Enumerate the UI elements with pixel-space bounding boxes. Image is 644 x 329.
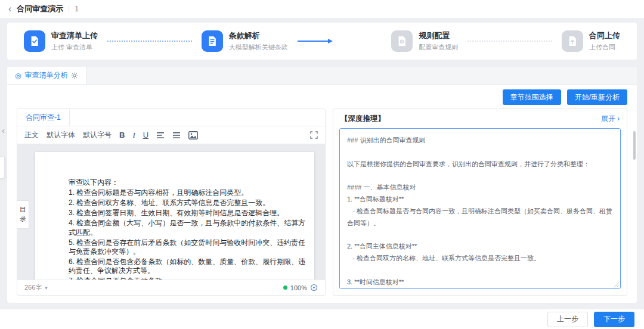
document-canvas[interactable]: 审查以下内容： 1. 检查合同标题是否与内容相符，且明确标注合同类型。 2. 检… bbox=[17, 144, 325, 280]
previous-step-button[interactable]: 上一步 bbox=[547, 312, 588, 327]
document-page[interactable]: 审查以下内容： 1. 检查合同标题是否与内容相符，且明确标注合同类型。 2. 检… bbox=[35, 152, 314, 280]
underline-button[interactable]: U bbox=[143, 131, 148, 139]
analysis-content: 合同审查-1 正文 默认字体 默认字号 B I U bbox=[7, 108, 637, 296]
editor-toolbar: 正文 默认字体 默认字号 B I U bbox=[17, 126, 325, 144]
step-subtitle: 配置审查规则 bbox=[419, 43, 458, 52]
document-upload-icon bbox=[562, 30, 583, 52]
document-check-icon bbox=[24, 30, 45, 52]
start-reanalyze-button[interactable]: 开始/重新分析 bbox=[567, 89, 627, 105]
editor-statusbar: 266字 ▾ 100% bbox=[17, 280, 325, 295]
chapter-range-button[interactable]: 章节范围选择 bbox=[503, 89, 561, 105]
step-title: 规则配置 bbox=[419, 30, 458, 41]
document-item: 5. 检查合同是否存在前后矛盾条款（如交货时间与验收时间冲突、违约责任与免责条款… bbox=[69, 238, 306, 256]
status-dot bbox=[283, 285, 287, 290]
tab-contract-review-1[interactable]: 合同审查-1 bbox=[17, 109, 70, 126]
font-size-select[interactable]: 默认字号 bbox=[83, 130, 112, 140]
step-clause-parsing[interactable]: 条款解析 大模型解析关键条款 bbox=[202, 30, 288, 52]
step-subtitle: 上传 审查清单 bbox=[51, 43, 98, 52]
page-header: ‹ 合同审查演示 1 bbox=[0, 0, 644, 18]
reasoning-header: 【深度推理】 展开 › bbox=[333, 109, 627, 128]
reasoning-textarea[interactable]: ### 识别出的合同审查规则 以下是根据你提供的合同审查要求，识别出的合同审查规… bbox=[339, 128, 621, 289]
step-title: 合同上传 bbox=[589, 30, 620, 41]
step-subtitle: 上传合同 bbox=[589, 43, 620, 52]
font-family-select[interactable]: 默认字体 bbox=[47, 130, 75, 140]
expand-link[interactable]: 展开 › bbox=[601, 114, 620, 124]
sidebar-handle[interactable] bbox=[0, 156, 5, 179]
target-icon: ◎ bbox=[15, 72, 21, 80]
page-title: 合同审查演示 bbox=[17, 4, 63, 14]
chevron-right-icon: › bbox=[617, 114, 620, 123]
document-item: 6. 检查合同是否包含必备条款（如标的、数量、质量、价款、履行期限、违约责任、争… bbox=[69, 257, 306, 275]
step-review-list-upload[interactable]: 审查清单上传 上传 审查清单 bbox=[24, 30, 98, 52]
chevron-down-icon[interactable]: ▾ bbox=[45, 285, 48, 291]
header-divider bbox=[69, 5, 69, 13]
reasoning-body: ### 识别出的合同审查规则 以下是根据你提供的合同审查要求，识别出的合同审查规… bbox=[333, 128, 627, 295]
step-contract-upload[interactable]: 合同上传 上传合同 bbox=[562, 30, 620, 52]
document-lines-icon bbox=[202, 30, 223, 52]
tab-review-list-analysis[interactable]: ◎ 审查清单分析 bbox=[7, 67, 86, 84]
editor-tabbar: 合同审查-1 bbox=[17, 109, 325, 126]
italic-button[interactable]: I bbox=[132, 131, 135, 140]
deep-reasoning-panel: 【深度推理】 展开 › ### 识别出的合同审查规则 以下是根据你提供的合同审查… bbox=[333, 108, 627, 296]
document-intro: 审查以下内容： bbox=[69, 178, 306, 187]
zoom-reset-icon[interactable] bbox=[310, 284, 318, 291]
step-connector-arrow bbox=[298, 41, 382, 42]
bold-button[interactable]: B bbox=[119, 131, 125, 139]
document-item: 7. 检查合同是否包含无效条款。 bbox=[69, 277, 306, 280]
tab-label: 审查清单分析 bbox=[24, 70, 67, 80]
header-page-number: 1 bbox=[75, 5, 79, 13]
align-justify-icon[interactable] bbox=[172, 131, 181, 139]
step-rule-config[interactable]: 规则配置 配置审查规则 bbox=[391, 30, 458, 52]
step-connector-dotted bbox=[107, 41, 192, 42]
main-tabstrip: ◎ 审查清单分析 bbox=[7, 67, 637, 85]
stepper: 审查清单上传 上传 审查清单 条款解析 大模型解析关键条款 规则配置 配置审查规… bbox=[7, 23, 637, 60]
document-item: 4. 检查合同金额（大写、小写）是否一致，且与条款中的付款条件、结算方式匹配。 bbox=[69, 219, 306, 237]
document-item: 3. 检查合同签署日期、生效日期、有效期等时间信息是否逻辑合理。 bbox=[69, 209, 306, 218]
step-connector-dotted bbox=[467, 41, 552, 42]
app-window: ‹ 合同审查演示 1 审查清单上传 上传 审查清单 条款解析 大模型解析关键条款 bbox=[0, 0, 644, 329]
image-icon[interactable] bbox=[188, 131, 198, 139]
document-gear-icon bbox=[391, 30, 413, 52]
main-panel: ◎ 审查清单分析 章节范围选择 开始/重新分析 合同审查-1 正文 默认字体 默… bbox=[7, 67, 637, 303]
step-title: 审查清单上传 bbox=[51, 30, 98, 41]
paragraph-style-select[interactable]: 正文 bbox=[24, 130, 39, 140]
sidebar-collapse-icon[interactable]: ‹ bbox=[2, 125, 5, 135]
step-subtitle: 大模型解析关键条款 bbox=[229, 43, 288, 52]
word-count: 266字 bbox=[24, 283, 42, 292]
align-left-icon[interactable] bbox=[156, 131, 165, 139]
contract-editor-panel: 合同审查-1 正文 默认字体 默认字号 B I U bbox=[17, 108, 326, 296]
next-step-button[interactable]: 下一步 bbox=[594, 312, 634, 327]
wizard-footer: 上一步 下一步 bbox=[0, 309, 644, 329]
zoom-level: 100% bbox=[290, 284, 307, 291]
reasoning-title: 【深度推理】 bbox=[340, 114, 385, 124]
step-title: 条款解析 bbox=[229, 30, 288, 41]
vertical-scrollbar[interactable] bbox=[633, 131, 636, 160]
arrow-icon bbox=[298, 41, 329, 42]
document-item: 2. 检查合同双方名称、地址、联系方式等信息是否完整且一致。 bbox=[69, 198, 306, 207]
catalog-tab[interactable]: 目录 bbox=[17, 200, 29, 229]
gear-icon[interactable] bbox=[71, 72, 78, 79]
analysis-actions: 章节范围选择 开始/重新分析 bbox=[7, 85, 637, 108]
document-item: 1. 检查合同标题是否与内容相符，且明确标注合同类型。 bbox=[69, 188, 306, 197]
fullscreen-icon[interactable] bbox=[310, 131, 318, 139]
back-icon[interactable]: ‹ bbox=[8, 4, 11, 14]
